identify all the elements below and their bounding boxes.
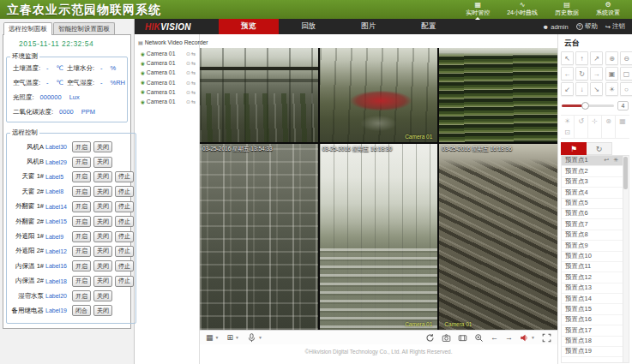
tab-playback[interactable]: 回放 [279, 19, 339, 34]
ptz-down-button[interactable]: ↓ [575, 82, 588, 96]
ptz-zoom-out-button[interactable]: ⊖ [620, 51, 632, 65]
nav-realtime-control[interactable]: ▦实时管控 [464, 1, 491, 18]
slider-thumb[interactable] [581, 102, 589, 110]
ptz-up-left-button[interactable]: ↖ [561, 51, 574, 65]
video-pane-6[interactable]: 03-25-2016 星期五 16:18:36Camera 01 [439, 144, 557, 330]
device-off-button[interactable]: 关闭 [93, 157, 112, 168]
preset-item[interactable]: 预置点14 [562, 294, 623, 304]
preset-call-icon[interactable]: ↩ [604, 156, 609, 166]
preset-item[interactable]: 预置点8 [562, 230, 623, 241]
ptz-left-button[interactable]: ← [561, 67, 574, 81]
ptz-iris-close-button[interactable]: ○ [620, 82, 632, 96]
next-page-button[interactable]: → [505, 334, 513, 342]
ptz-menu-icon[interactable]: ▦ [616, 116, 629, 127]
device-off-button[interactable]: 关闭 [93, 171, 112, 182]
scrollbar-thumb[interactable] [623, 157, 628, 189]
preset-item[interactable]: 预置点19 [562, 347, 623, 357]
device-stop-button[interactable]: 停止 [115, 276, 134, 287]
preset-item[interactable]: 预置点9 [562, 241, 623, 251]
device-on-button[interactable]: 开启 [72, 157, 91, 168]
preset-item[interactable]: 预置点11 [562, 262, 623, 272]
camera-list-item[interactable]: ◉Camera 01⊙⇆ [135, 58, 199, 68]
device-on-button[interactable]: 开启 [72, 260, 91, 272]
nav-24h-curve[interactable]: ∿24小时曲线 [505, 1, 539, 18]
ptz-zoom-in-button[interactable]: ⊕ [605, 51, 618, 65]
device-off-button[interactable]: 关闭 [93, 276, 112, 287]
ptz-aux-focus-icon[interactable]: ⊡ [561, 127, 575, 138]
camera-list-item[interactable]: ◉Camera 01⊙⇆ [135, 78, 199, 87]
preset-item[interactable]: 预置点16 [562, 315, 623, 325]
ptz-auto-scan-button[interactable]: ↻ [575, 67, 588, 81]
device-off-button[interactable]: 关闭 [93, 186, 112, 197]
preset-item[interactable]: 预置点13 [562, 283, 623, 294]
device-off-button[interactable]: 关闭 [93, 305, 112, 316]
tab-preview[interactable]: 预览 [219, 19, 279, 34]
device-on-button[interactable]: 开启 [72, 290, 91, 301]
record-button[interactable] [458, 333, 467, 343]
preset-scrollbar[interactable] [623, 156, 629, 362]
ptz-up-right-button[interactable]: ↗ [590, 51, 603, 65]
device-on-button[interactable]: 开启 [72, 201, 91, 212]
help-button[interactable]: ?帮助 [576, 22, 598, 31]
window-layout-button[interactable]: ▦▼ [206, 334, 219, 342]
video-pane-2[interactable]: Camera 01 [320, 48, 438, 142]
preset-item[interactable]: 预置点2 [562, 166, 623, 176]
device-off-button[interactable]: 关闭 [93, 260, 112, 272]
user-menu[interactable]: ☻admin [542, 23, 568, 31]
preset-item[interactable]: 预置点10 [562, 252, 623, 262]
preset-set-icon[interactable]: ✳ [613, 156, 618, 166]
ptz-light-icon[interactable]: ☀ [561, 116, 575, 127]
ptz-iris-open-button[interactable]: ☀ [605, 82, 618, 96]
device-on-button[interactable]: 开启 [72, 216, 91, 227]
previous-page-button[interactable]: ← [491, 334, 498, 342]
ptz-right-button[interactable]: → [590, 67, 603, 81]
video-pane-5[interactable]: 03-25-2016 星期五 16:18:30Camera 01 [320, 144, 438, 330]
preset-item[interactable]: 预置点15 [562, 304, 623, 314]
device-off-button[interactable]: 关闭 [93, 290, 112, 301]
preset-item[interactable]: 预置点4 [562, 188, 623, 198]
ptz-down-right-button[interactable]: ↘ [590, 82, 603, 96]
patrol-tab[interactable]: ↻ [587, 142, 612, 155]
device-off-button[interactable]: 关闭 [93, 246, 112, 257]
ptz-up-button[interactable]: ↑ [575, 51, 588, 65]
ptz-wiper-icon[interactable]: ↺ [575, 116, 588, 127]
tab-remote-control-panel[interactable]: 远程控制面板 [3, 22, 52, 35]
tab-config[interactable]: 配置 [399, 19, 459, 34]
device-stop-button[interactable]: 停止 [115, 201, 134, 212]
video-pane-4[interactable]: 03-25-2016 星期五 13:54:33 [200, 144, 318, 330]
device-root[interactable]: ▤ Network Video Recorder [135, 38, 199, 49]
device-stop-button[interactable]: 停止 [115, 246, 134, 257]
stream-type-button[interactable]: ⊞▼ [226, 334, 239, 342]
preset-item[interactable]: 预置点7 [562, 219, 623, 230]
device-off-button[interactable]: 关闭 [93, 201, 112, 212]
video-pane-3[interactable] [439, 48, 557, 142]
ptz-3d-zoom-icon[interactable]: ⊹ [588, 116, 602, 127]
device-on-button[interactable]: 开启 [72, 186, 91, 197]
device-stop-button[interactable]: 停止 [115, 186, 134, 197]
preset-item[interactable]: 预置点6 [562, 209, 623, 219]
preset-item[interactable]: 预置点18 [562, 337, 623, 347]
device-on-button[interactable]: 开启 [72, 231, 91, 242]
device-on-button[interactable]: 开启 [72, 246, 91, 257]
ptz-speed-slider[interactable] [562, 104, 614, 107]
voice-talk-button[interactable]: ▼ [247, 332, 262, 343]
preset-item[interactable]: 预置点1↩✳ [562, 156, 623, 166]
camera-list-item[interactable]: ◉Camera 01⊙⇆ [135, 49, 199, 58]
device-on-button[interactable]: 开启 [72, 141, 91, 152]
capture-button[interactable] [442, 333, 451, 343]
logout-button[interactable]: ↪注销 [605, 22, 625, 31]
preset-item[interactable]: 预置点12 [562, 272, 623, 283]
ptz-lens-init-icon[interactable]: ⊛ [602, 116, 616, 127]
digital-zoom-button[interactable] [474, 333, 484, 343]
nav-history-data[interactable]: ▤历史数据 [553, 1, 581, 18]
device-off-button[interactable]: 关闭 [93, 231, 112, 242]
ptz-focus-far-button[interactable]: ▢ [620, 67, 632, 81]
device-off-button[interactable]: 关闭 [93, 216, 112, 227]
preset-tab[interactable]: ⚑ [561, 142, 587, 155]
fullscreen-button[interactable] [542, 333, 551, 343]
ptz-focus-near-button[interactable]: ▣ [605, 67, 618, 81]
camera-list-item[interactable]: ◉Camera 01⊙⇆ [135, 68, 199, 77]
nav-system-settings[interactable]: ⚙系统设置 [594, 1, 622, 18]
volume-button[interactable]: ▼ [520, 333, 535, 343]
camera-list-item[interactable]: ◉Camera 01⊙⇆ [135, 87, 199, 97]
